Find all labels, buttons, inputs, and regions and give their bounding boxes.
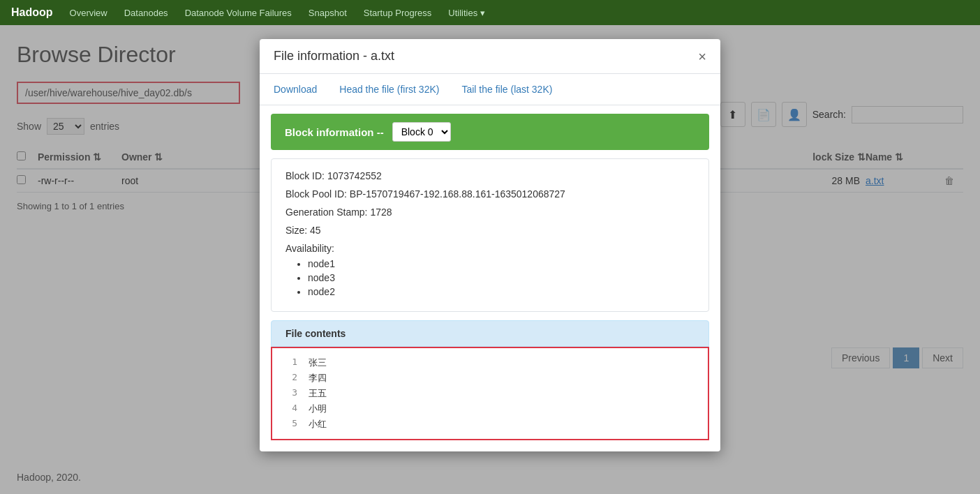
availability-node-3: node2	[308, 286, 695, 297]
availability-label: Availability:	[285, 243, 695, 254]
nav-datanode-volume-failures[interactable]: Datanode Volume Failures	[185, 8, 292, 18]
nav-datanodes[interactable]: Datanodes	[124, 8, 168, 18]
line-num-4: 4	[283, 403, 297, 415]
line-num-5: 5	[283, 418, 297, 431]
availability-node-2: node3	[308, 272, 695, 283]
line-content-5: 小红	[309, 418, 327, 431]
file-line-5: 5 小红	[283, 417, 697, 432]
modal-title: File information - a.txt	[274, 49, 394, 63]
nav-utilities[interactable]: Utilities ▾	[448, 8, 485, 18]
block-id: Block ID: 1073742552	[285, 170, 695, 181]
download-link[interactable]: Download	[274, 84, 317, 95]
modal-actions: Download Head the file (first 32K) Tail …	[260, 74, 720, 105]
file-line-3: 3 王五	[283, 386, 697, 401]
block-info-title: Block information --	[285, 126, 384, 138]
file-contents-header: File contents	[271, 320, 709, 347]
modal-close-button[interactable]: ×	[698, 50, 706, 63]
line-num-3: 3	[283, 387, 297, 400]
line-num-1: 1	[283, 357, 297, 369]
head-file-link[interactable]: Head the file (first 32K)	[339, 84, 439, 95]
file-contents-body: 1 张三 2 李四 3 王五 4 小明 5 小红	[271, 347, 709, 440]
modal-header: File information - a.txt ×	[260, 39, 720, 74]
tail-file-link[interactable]: Tail the file (last 32K)	[461, 84, 552, 95]
modal-overlay: File information - a.txt × Download Head…	[0, 25, 980, 494]
file-line-1: 1 张三	[283, 355, 697, 370]
block-details: Block ID: 1073742552 Block Pool ID: BP-1…	[271, 158, 709, 312]
generation-stamp: Generation Stamp: 1728	[285, 207, 695, 218]
line-content-2: 李四	[309, 372, 327, 384]
availability-list: node1 node3 node2	[285, 258, 695, 297]
top-navigation: Hadoop Overview Datanodes Datanode Volum…	[0, 0, 980, 25]
block-info-header: Block information -- Block 0	[271, 114, 709, 150]
file-line-2: 2 李四	[283, 370, 697, 386]
brand-logo: Hadoop	[11, 6, 53, 19]
block-select[interactable]: Block 0	[392, 122, 451, 142]
background-page: Browse Director Show 25 50 100 entries 📁…	[0, 25, 980, 494]
block-pool-id: Block Pool ID: BP-1570719467-192.168.88.…	[285, 188, 695, 200]
block-size: Size: 45	[285, 225, 695, 236]
line-num-2: 2	[283, 372, 297, 384]
line-content-1: 张三	[309, 357, 327, 369]
file-info-modal: File information - a.txt × Download Head…	[260, 39, 720, 451]
nav-startup-progress[interactable]: Startup Progress	[364, 8, 432, 18]
file-line-4: 4 小明	[283, 401, 697, 417]
line-content-3: 王五	[309, 387, 327, 400]
availability-node-1: node1	[308, 258, 695, 269]
nav-snapshot[interactable]: Snapshot	[309, 8, 347, 18]
nav-overview[interactable]: Overview	[70, 8, 107, 18]
line-content-4: 小明	[309, 403, 327, 415]
